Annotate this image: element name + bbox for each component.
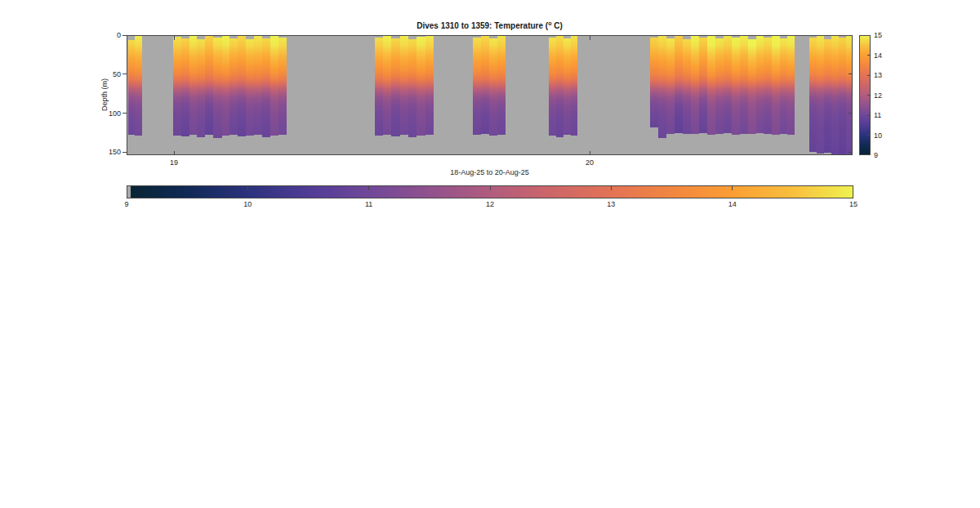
dive-column <box>740 36 748 134</box>
dive-column <box>675 36 683 133</box>
dive-column <box>715 38 724 134</box>
dive-column <box>787 36 795 135</box>
colorbar-bottom-tick-label: 12 <box>480 200 500 208</box>
dive-column <box>135 36 142 136</box>
colorbar-bottom-tick-label: 10 <box>238 200 257 208</box>
colorbar-bottom-tick-label: 11 <box>359 200 379 208</box>
axis-tick <box>174 151 175 155</box>
dive-column <box>707 36 715 135</box>
dive-column <box>809 38 817 153</box>
axis-tick <box>590 151 590 155</box>
plot-title-text: Dives 1310 to 1359: Temperature ( <box>416 21 548 30</box>
axis-tick <box>247 186 248 190</box>
colorbar-right-tick-label: 9 <box>874 151 878 159</box>
dive-column <box>262 38 270 137</box>
y-tick-label: 0 <box>100 31 121 39</box>
axis-tick <box>867 115 871 116</box>
x-axis-label: 18-Aug-25 to 20-Aug-25 <box>127 168 853 176</box>
dive-column <box>658 36 666 138</box>
dive-column <box>416 37 425 136</box>
dive-column <box>564 38 571 136</box>
dive-column <box>756 36 764 133</box>
dive-column <box>205 36 213 135</box>
dive-column <box>238 36 246 136</box>
colorbar-right-tick-label: 14 <box>874 51 882 60</box>
dive-column <box>400 36 408 135</box>
dive-column <box>375 38 383 136</box>
dive-column <box>181 38 189 137</box>
axis-tick <box>490 186 491 190</box>
dive-column <box>571 36 577 136</box>
axis-tick <box>849 113 853 114</box>
dive-column <box>839 38 846 155</box>
axis-tick <box>867 95 871 96</box>
dive-column <box>691 36 699 134</box>
colorbar-right-tick-label: 13 <box>874 71 882 79</box>
dive-column <box>425 36 434 135</box>
dive-column <box>473 38 481 136</box>
dive-column <box>780 38 787 134</box>
axis-tick <box>867 55 871 56</box>
dive-column <box>683 39 691 135</box>
colorbar-bottom-tick-label: 14 <box>723 200 742 208</box>
colorbar-bottom-tick-label: 9 <box>117 200 136 208</box>
y-tick-label: 150 <box>100 148 121 156</box>
dive-column <box>481 36 489 134</box>
dive-column <box>497 36 506 135</box>
axis-tick <box>122 35 127 36</box>
dive-column <box>391 38 400 137</box>
dive-column <box>666 38 675 134</box>
colorbar-right-tick-label: 12 <box>874 91 882 100</box>
dive-column <box>817 36 824 154</box>
y-tick-label: 50 <box>100 70 121 78</box>
y-axis-label: Depth (m) <box>100 78 109 111</box>
axis-tick <box>590 36 590 40</box>
axis-tick <box>122 74 127 74</box>
dive-column <box>246 39 254 136</box>
dive-column <box>229 38 238 136</box>
dive-column <box>270 36 278 136</box>
x-tick-label: 20 <box>577 158 602 167</box>
axis-tick <box>849 152 853 153</box>
axis-tick <box>867 135 871 136</box>
dive-column <box>254 36 262 135</box>
colorbar-gradient <box>131 186 853 198</box>
x-tick-label: 19 <box>162 158 186 167</box>
dive-column <box>128 40 135 136</box>
dive-column <box>408 39 416 138</box>
axis-tick <box>174 36 175 40</box>
colorbar-right-tick-label: 11 <box>874 111 881 119</box>
dive-column <box>489 38 497 136</box>
heatmap-plot-area <box>127 35 853 155</box>
dive-column <box>173 37 181 136</box>
dive-column <box>549 38 556 136</box>
dive-column <box>556 36 564 137</box>
plot-title-unit: C) <box>551 21 562 30</box>
axis-tick <box>849 74 853 74</box>
colorbar-bottom-tick-label: 15 <box>844 200 863 208</box>
axis-tick <box>611 186 612 190</box>
dive-column <box>846 36 853 155</box>
figure-canvas: Dives 1310 to 1359: Temperature (o C) De… <box>0 0 980 508</box>
dive-column <box>831 36 839 155</box>
colorbar-right-tick-label: 15 <box>874 31 882 39</box>
dive-column <box>383 36 391 135</box>
dive-column <box>724 36 732 133</box>
axis-tick <box>732 186 733 190</box>
dive-column <box>650 38 658 127</box>
axis-tick <box>122 113 127 114</box>
dive-column <box>748 39 756 135</box>
dive-column <box>189 36 197 135</box>
axis-tick <box>368 186 369 190</box>
dive-column <box>732 38 740 135</box>
axis-tick <box>122 152 127 153</box>
dive-column <box>824 39 831 154</box>
dive-column <box>699 38 707 133</box>
y-tick-label: 100 <box>100 109 121 118</box>
dive-column <box>278 38 287 136</box>
colorbar-bottom-tick-label: 13 <box>601 200 621 208</box>
dive-column <box>197 39 205 138</box>
plot-title: Dives 1310 to 1359: Temperature (o C) <box>127 20 853 30</box>
colorbar-right-tick-label: 10 <box>874 131 882 140</box>
dive-column <box>772 36 780 135</box>
